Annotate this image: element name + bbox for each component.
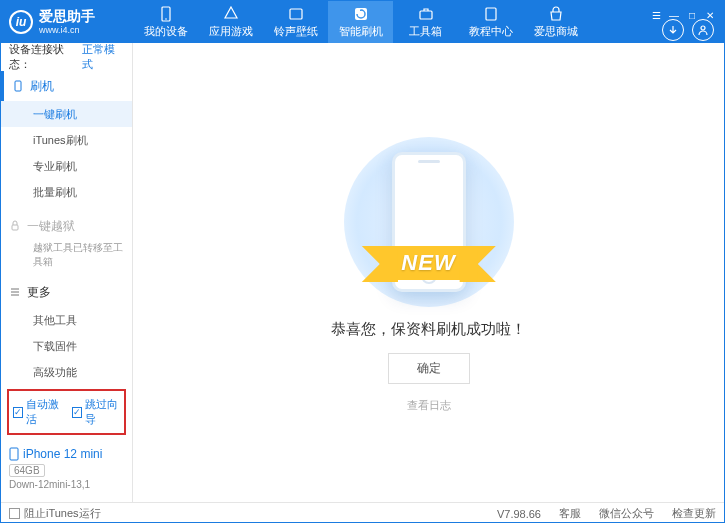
- svg-point-6: [701, 26, 705, 30]
- svg-rect-7: [15, 81, 21, 91]
- brand-url: www.i4.cn: [39, 25, 95, 35]
- sidebar-item-batch-flash[interactable]: 批量刷机: [1, 179, 132, 205]
- titlebar: iu 爱思助手 www.i4.cn 我的设备 应用游戏 铃声壁纸 智能刷机: [1, 1, 724, 43]
- download-button[interactable]: [662, 19, 684, 41]
- checkmark-icon: ✓: [72, 407, 82, 418]
- nav-store[interactable]: 爱思商城: [523, 1, 588, 43]
- nav-flash[interactable]: 智能刷机: [328, 1, 393, 43]
- nav-label: 我的设备: [144, 24, 188, 39]
- ok-button[interactable]: 确定: [388, 353, 470, 384]
- checkbox-label: 阻止iTunes运行: [24, 506, 101, 521]
- nav-label: 教程中心: [469, 24, 513, 39]
- brand: iu 爱思助手 www.i4.cn: [9, 9, 133, 34]
- sidebar: 设备连接状态： 正常模式 刷机 一键刷机 iTunes刷机 专业刷机 批量刷机 …: [1, 43, 133, 502]
- phone-icon: [158, 6, 174, 22]
- brand-name: 爱思助手: [39, 9, 95, 24]
- checkbox-label: 自动激活: [26, 397, 62, 427]
- phone-icon: [12, 80, 24, 92]
- nav-label: 铃声壁纸: [274, 24, 318, 39]
- phone-icon: [9, 447, 19, 461]
- section-label: 更多: [27, 284, 51, 301]
- toolbox-icon: [418, 6, 434, 22]
- nav-label: 爱思商城: [534, 24, 578, 39]
- svg-rect-4: [420, 11, 432, 19]
- book-icon: [483, 6, 499, 22]
- sidebar-item-itunes-flash[interactable]: iTunes刷机: [1, 127, 132, 153]
- device-firmware: Down-12mini-13,1: [9, 479, 124, 490]
- nav-label: 工具箱: [409, 24, 442, 39]
- sidebar-section-flash[interactable]: 刷机: [1, 71, 132, 101]
- body: 设备连接状态： 正常模式 刷机 一键刷机 iTunes刷机 专业刷机 批量刷机 …: [1, 43, 724, 502]
- checkbox-icon: [9, 508, 20, 519]
- sidebar-item-oneclick-flash[interactable]: 一键刷机: [1, 101, 132, 127]
- jailbreak-note: 越狱工具已转移至工具箱: [1, 241, 132, 277]
- sidebar-section-more[interactable]: 更多: [1, 277, 132, 307]
- success-message: 恭喜您，保资料刷机成功啦！: [331, 320, 526, 339]
- main-nav: 我的设备 应用游戏 铃声壁纸 智能刷机 工具箱 教程中心: [133, 1, 650, 43]
- lock-icon: [9, 220, 21, 232]
- device-capacity: 64GB: [9, 464, 45, 477]
- nav-toolbox[interactable]: 工具箱: [393, 1, 458, 43]
- checkbox-auto-activate[interactable]: ✓自动激活: [13, 397, 62, 427]
- logo-icon: iu: [9, 10, 33, 34]
- sidebar-item-pro-flash[interactable]: 专业刷机: [1, 153, 132, 179]
- sidebar-item-advanced[interactable]: 高级功能: [1, 359, 132, 385]
- sidebar-item-download-firmware[interactable]: 下载固件: [1, 333, 132, 359]
- check-update-link[interactable]: 检查更新: [672, 506, 716, 521]
- wallpaper-icon: [288, 6, 304, 22]
- checkbox-label: 跳过向导: [85, 397, 121, 427]
- list-icon: [9, 286, 21, 298]
- version-label: V7.98.66: [497, 508, 541, 520]
- nav-tutorials[interactable]: 教程中心: [458, 1, 523, 43]
- connection-status: 设备连接状态： 正常模式: [1, 43, 132, 71]
- svg-rect-8: [12, 225, 18, 230]
- success-graphic: NEW: [329, 132, 529, 312]
- nav-apps[interactable]: 应用游戏: [198, 1, 263, 43]
- section-label: 刷机: [30, 78, 54, 95]
- checkbox-skip-setup[interactable]: ✓跳过向导: [72, 397, 121, 427]
- options-box: ✓自动激活 ✓跳过向导: [7, 389, 126, 435]
- device-info: iPhone 12 mini 64GB Down-12mini-13,1: [1, 443, 132, 502]
- nav-label: 智能刷机: [339, 24, 383, 39]
- statusbar: 阻止iTunes运行 V7.98.66 客服 微信公众号 检查更新: [1, 502, 724, 523]
- svg-rect-2: [290, 9, 302, 19]
- app-window: iu 爱思助手 www.i4.cn 我的设备 应用游戏 铃声壁纸 智能刷机: [0, 0, 725, 523]
- device-name[interactable]: iPhone 12 mini: [9, 447, 124, 461]
- main-content: NEW 恭喜您，保资料刷机成功啦！ 确定 查看日志: [133, 43, 724, 502]
- view-log-link[interactable]: 查看日志: [407, 398, 451, 413]
- support-link[interactable]: 客服: [559, 506, 581, 521]
- ribbon-text: NEW: [383, 246, 473, 280]
- checkmark-icon: ✓: [13, 407, 23, 418]
- menu-icon[interactable]: ☰: [650, 9, 662, 21]
- wechat-link[interactable]: 微信公众号: [599, 506, 654, 521]
- section-label: 一键越狱: [27, 218, 75, 235]
- flash-icon: [353, 6, 369, 22]
- nav-label: 应用游戏: [209, 24, 253, 39]
- svg-rect-5: [486, 8, 496, 20]
- store-icon: [548, 6, 564, 22]
- svg-rect-9: [10, 448, 18, 460]
- status-value: 正常模式: [82, 42, 124, 72]
- nav-my-device[interactable]: 我的设备: [133, 1, 198, 43]
- status-label: 设备连接状态：: [9, 42, 82, 72]
- nav-ringtones[interactable]: 铃声壁纸: [263, 1, 328, 43]
- user-button[interactable]: [692, 19, 714, 41]
- new-ribbon: NEW: [383, 246, 473, 280]
- checkbox-block-itunes[interactable]: 阻止iTunes运行: [9, 506, 101, 521]
- svg-point-1: [165, 18, 167, 20]
- sidebar-item-other-tools[interactable]: 其他工具: [1, 307, 132, 333]
- sidebar-section-jailbreak: 一键越狱: [1, 211, 132, 241]
- apps-icon: [223, 6, 239, 22]
